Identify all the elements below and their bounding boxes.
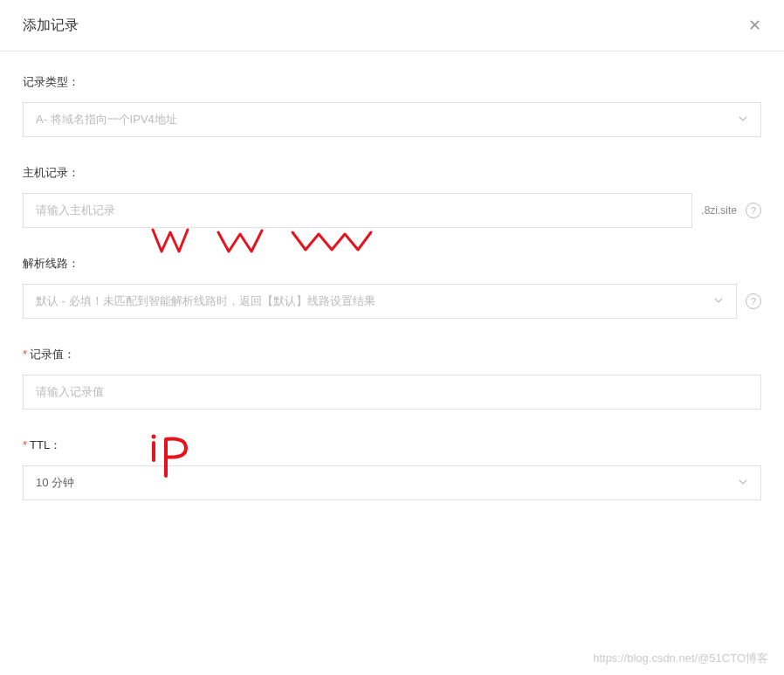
record-value-label: *记录值： — [23, 347, 761, 362]
resolve-line-select[interactable]: 默认 - 必填！未匹配到智能解析线路时，返回【默认】线路设置结果 — [23, 284, 737, 319]
ttl-select[interactable]: 10 分钟 — [23, 465, 761, 500]
record-type-group: 记录类型： A- 将域名指向一个IPV4地址 — [23, 74, 761, 137]
watermark: https://blog.csdn.net/@51CTO博客 — [593, 651, 768, 666]
help-icon[interactable]: ? — [746, 293, 761, 309]
resolve-line-group: 解析线路： 默认 - 必填！未匹配到智能解析线路时，返回【默认】线路设置结果 ? — [23, 256, 761, 319]
resolve-line-label: 解析线路： — [23, 256, 761, 272]
chevron-down-icon — [738, 114, 748, 127]
help-icon[interactable]: ? — [746, 203, 761, 218]
modal-title: 添加记录 — [23, 17, 79, 35]
ttl-label: *TTL： — [23, 437, 761, 453]
record-type-select[interactable]: A- 将域名指向一个IPV4地址 — [23, 102, 761, 137]
ttl-value: 10 分钟 — [36, 475, 738, 491]
required-star: * — [23, 348, 27, 361]
host-record-label: 主机记录： — [23, 165, 761, 181]
host-record-placeholder: 请输入主机记录 — [36, 203, 679, 218]
resolve-line-value: 默认 - 必填！未匹配到智能解析线路时，返回【默认】线路设置结果 — [36, 293, 713, 309]
host-record-suffix: .8zi.site — [701, 204, 737, 217]
record-value-input[interactable]: 请输入记录值 — [23, 375, 761, 410]
record-type-label: 记录类型： — [23, 74, 761, 90]
ttl-group: *TTL： 10 分钟 — [23, 437, 761, 500]
record-type-value: A- 将域名指向一个IPV4地址 — [36, 112, 738, 127]
host-record-input[interactable]: 请输入主机记录 — [23, 193, 692, 228]
record-value-group: *记录值： 请输入记录值 — [23, 347, 761, 410]
chevron-down-icon — [738, 477, 748, 490]
host-record-group: 主机记录： 请输入主机记录 .8zi.site ? — [23, 165, 761, 228]
close-icon[interactable]: ✕ — [748, 16, 761, 35]
modal-body: 记录类型： A- 将域名指向一个IPV4地址 主机记录： 请输入主机记录 .8z… — [0, 52, 784, 537]
modal-header: 添加记录 ✕ — [0, 0, 784, 52]
record-value-placeholder: 请输入记录值 — [36, 384, 748, 400]
resolve-line-row: 默认 - 必填！未匹配到智能解析线路时，返回【默认】线路设置结果 ? — [23, 284, 761, 319]
host-record-row: 请输入主机记录 .8zi.site ? — [23, 193, 761, 228]
required-star: * — [23, 438, 27, 451]
chevron-down-icon — [713, 295, 724, 308]
